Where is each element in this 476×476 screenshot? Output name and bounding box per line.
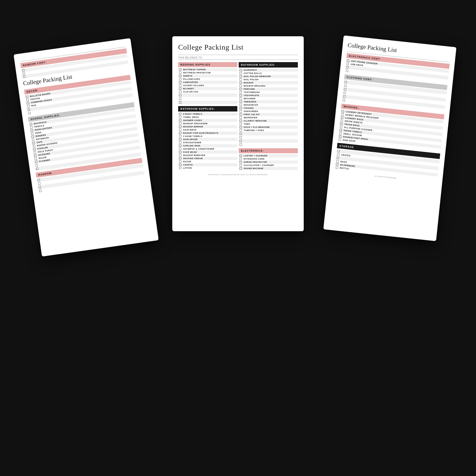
list-item: [178, 97, 237, 101]
list-item: [239, 143, 298, 146]
list-item: SHAMPOO & CONDITIONER: [178, 147, 237, 151]
list-item: [239, 139, 298, 143]
list-item: TISSUES: [239, 106, 298, 110]
list-item: HAIRSPRAY: [239, 68, 298, 72]
list-item: MATTRESS TOPPER: [178, 68, 237, 71]
list-item: TOWEL WRAP: [178, 116, 237, 119]
list-item: MAKEUP: [239, 81, 298, 84]
list-item: ACCENT PILLOWS: [178, 84, 237, 87]
left-page: RANDOM CONT: College Packing List DECOR:…: [14, 38, 159, 256]
list-item: [239, 136, 298, 139]
list-item: MAKEUP ORGANIZER: [178, 122, 237, 125]
list-item: TOOTHPASTE: [239, 94, 298, 97]
list-item: ALLERGY MEDICINE: [239, 119, 298, 122]
list-item: [239, 132, 298, 136]
list-item: CURLING IRON: [178, 144, 237, 147]
list-item: TAMPONS + PADS: [239, 129, 298, 132]
list-item: FIRST AID KIT: [239, 113, 298, 116]
checkbox[interactable]: [22, 69, 24, 71]
list-item: 2 HAND TOWELS: [178, 135, 237, 138]
list-item: HAIR DRYER: [178, 138, 237, 141]
checkbox[interactable]: [22, 72, 25, 75]
list-item: NAIL POLISH: [239, 78, 298, 81]
list-item: PILLOWCASES: [178, 78, 237, 81]
list-item: MATTRESS PROTECTOR: [178, 71, 237, 74]
list-item: DEODORANT: [239, 103, 298, 106]
list-item: LOOFAH: [178, 163, 237, 166]
page-title: College Packing List: [178, 43, 298, 51]
right-page: College Packing List ELECTRONICS CONT: 1…: [323, 35, 456, 241]
list-item: SOUND MACHINE: [239, 167, 298, 170]
list-item: CALCULATOR + CHARGER: [239, 164, 298, 167]
list-item: HAIR WRAP: [178, 128, 237, 132]
list-item: TWEEZERS: [239, 100, 298, 103]
section-electronics: ELECTRONICS:: [239, 148, 298, 153]
list-item: LAPTOP + CHARGER: [239, 154, 298, 157]
list-item: COTTON BALLS: [239, 72, 298, 75]
center-page: College Packing List THIS BELONGS TO: BE…: [172, 36, 304, 231]
copyright: COPYRIGHT © 2020 BYSOPHIALEE.COM. ALL RI…: [178, 174, 298, 176]
section-bathroom-right: BATHROOM SUPPLIES:: [239, 62, 298, 68]
list-item: SURGE PROTECTOR: [239, 160, 298, 164]
list-item: PERFUME: [239, 87, 298, 91]
list-item: [178, 93, 237, 97]
list-item: STRAIGHTENER: [178, 141, 237, 144]
list-item: IBUPROFEN: [239, 116, 298, 119]
list-item: MAKEUP BRUSHES: [239, 84, 298, 87]
list-item: MAKEUP MIRROR: [178, 125, 237, 128]
section-bathroom-left: BATHROOM SUPPLIES:: [178, 106, 237, 112]
list-item: BASKET FOR HAIR PRODUCTS: [178, 132, 237, 135]
list-item: SHOWER CADDY: [178, 119, 237, 122]
belongs-to: THIS BELONGS TO:: [178, 56, 298, 60]
list-item: COLD + FLU MEDICINE: [239, 126, 298, 129]
section-bedding: BEDDING SUPPLIES: [178, 62, 237, 67]
list-item: MAKEUP REMOVER: [178, 154, 237, 157]
list-item: TUMS: [239, 122, 298, 126]
list-item: SUNSCREEN: [239, 110, 298, 113]
list-item: RAZOR: [178, 160, 237, 163]
list-item: RETAINER: [239, 97, 298, 100]
list-item: SHAVING CREAM: [178, 157, 237, 160]
list-item: [178, 101, 237, 104]
list-item: FACE WASH: [178, 151, 237, 154]
list-item: NAIL POLISH REMOVER: [239, 75, 298, 78]
list-item: TOOTHBRUSH: [239, 91, 298, 94]
list-item: COMFORTER: [178, 81, 237, 84]
checkbox[interactable]: [23, 75, 25, 78]
list-item: 2 BODY TOWELS: [178, 112, 237, 116]
list-item: BLANKET: [178, 87, 237, 90]
list-item: SHEETS: [178, 74, 237, 78]
list-item: EXTENSION CORD: [239, 157, 298, 160]
list-item: CLIP-ON FAN: [178, 90, 237, 93]
list-item: LOTION: [178, 166, 237, 170]
